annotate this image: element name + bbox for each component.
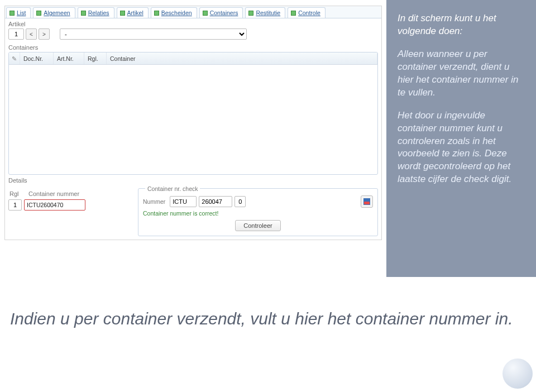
artikel-prev-button[interactable]: < [26, 28, 37, 40]
details-label: Details [5, 175, 381, 185]
container-prefix-input[interactable] [170, 196, 197, 207]
tab-label: Containers [210, 9, 238, 16]
containers-table: ✎ Doc.Nr. Art.Nr. Rgl. Container [8, 52, 378, 175]
check-result-message: Container nummer is correct! [143, 210, 373, 217]
containers-label: Containers [5, 42, 381, 52]
svg-rect-1 [364, 202, 370, 204]
container-number-input[interactable] [24, 199, 85, 211]
tab-label: Artikel [127, 9, 143, 16]
tab-artikel[interactable]: Artikel [117, 7, 149, 18]
controleer-button[interactable]: Controleer [235, 220, 280, 231]
col-container[interactable]: Container [107, 52, 377, 64]
tab-label: Bescheiden [161, 9, 192, 16]
artikel-filter-select[interactable]: - [60, 28, 247, 40]
tab-bescheiden[interactable]: Bescheiden [151, 7, 197, 18]
details-row: Rgl Container nummer Container nr. check… [5, 185, 381, 240]
info-paragraph: Het door u ingevulde container nummer ku… [398, 109, 525, 187]
square-icon [154, 11, 159, 16]
container-checkdigit-input[interactable] [234, 196, 246, 207]
tab-controle[interactable]: Controle [288, 7, 326, 18]
square-icon [81, 11, 86, 16]
square-icon [291, 11, 296, 16]
tab-relaties[interactable]: Relaties [78, 7, 114, 18]
tab-restitutie[interactable]: Restitutie [245, 7, 285, 18]
tab-label: Restitutie [256, 9, 280, 16]
tab-containers[interactable]: Containers [199, 7, 243, 18]
decorative-circle [502, 358, 533, 389]
table-header: ✎ Doc.Nr. Art.Nr. Rgl. Container [9, 52, 377, 65]
details-mid: Container nr. check Nummer [138, 188, 378, 236]
square-icon [248, 11, 253, 16]
tab-label: Algemeen [44, 9, 70, 16]
square-icon [120, 11, 125, 16]
details-left: Rgl Container nummer [8, 188, 131, 236]
artikel-label: Artikel [5, 18, 381, 28]
artikel-index-input[interactable] [8, 28, 24, 40]
tab-label: List [17, 9, 26, 16]
col-art[interactable]: Art.Nr. [54, 52, 84, 64]
tab-bar: List Algemeen Relaties Artikel Bescheide… [5, 6, 381, 18]
app-window: List Algemeen Relaties Artikel Bescheide… [4, 6, 382, 240]
rgl-input[interactable] [8, 199, 22, 211]
info-panel: In dit scherm kunt u het volgende doen: … [386, 0, 536, 277]
info-heading: In dit scherm kunt u het volgende doen: [398, 12, 525, 38]
nummer-label: Nummer [143, 198, 165, 205]
tab-label: Relaties [88, 9, 109, 16]
square-icon [203, 11, 208, 16]
tab-algemeen[interactable]: Algemeen [33, 7, 75, 18]
form-area: Artikel < > - Containers ✎ Doc.Nr. Art.N… [5, 18, 381, 240]
flag-icon [363, 198, 371, 205]
pencil-icon: ✎ [12, 55, 17, 62]
col-rgl[interactable]: Rgl. [84, 52, 107, 64]
tab-label: Controle [298, 9, 320, 16]
container-serial-input[interactable] [199, 196, 232, 207]
col-doc[interactable]: Doc.Nr. [20, 52, 54, 64]
container-number-header: Container nummer [28, 190, 79, 197]
rgl-header: Rgl [9, 190, 25, 197]
artikel-controls: < > - [5, 28, 381, 42]
container-check-panel: Container nr. check Nummer [138, 188, 378, 236]
flag-button[interactable] [361, 195, 373, 208]
col-edit[interactable]: ✎ [9, 52, 20, 64]
info-paragraph: Alleen wanneer u per container verzendt,… [398, 48, 525, 99]
square-icon [36, 11, 41, 16]
tab-list[interactable]: List [6, 7, 31, 18]
artikel-next-button[interactable]: > [39, 28, 50, 40]
check-legend: Container nr. check [145, 185, 200, 192]
square-icon [9, 11, 15, 16]
slide-caption: Indien u per container verzendt, vult u … [10, 308, 524, 329]
